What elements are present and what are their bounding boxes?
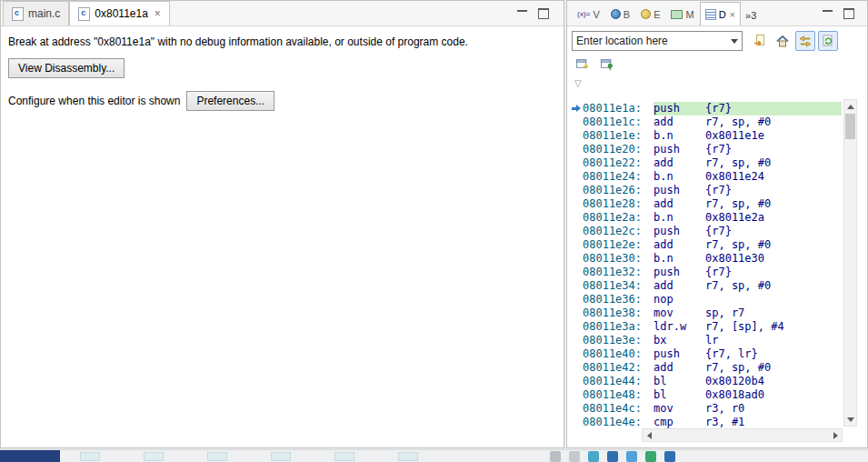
- hidden-views-chevron[interactable]: »3: [745, 10, 756, 25]
- disassembly-line[interactable]: 08011e40:push{r7, lr}: [571, 347, 842, 361]
- instruction-address: 08011e24:: [583, 170, 653, 184]
- instruction-code: push{r7}: [653, 143, 842, 156]
- pin-view-icon: [599, 57, 614, 71]
- instruction-operands: {r7, lr}: [705, 347, 758, 361]
- tab-expressions[interactable]: E: [635, 2, 665, 25]
- tab-disassembly[interactable]: D ×: [700, 2, 741, 25]
- disassembly-line[interactable]: 08011e2e:addr7, sp, #0: [571, 238, 842, 252]
- minimize-icon[interactable]: [517, 9, 527, 19]
- instruction-pointer-gutter: [571, 143, 583, 156]
- tray-icon-6[interactable]: [645, 451, 656, 462]
- taskbar-tray: [550, 451, 675, 462]
- disassembly-line[interactable]: 08011e22:addr7, sp, #0: [571, 156, 842, 170]
- instruction-code: addr7, sp, #0: [653, 156, 842, 170]
- instruction-pointer-gutter: [571, 129, 583, 143]
- instruction-code: nop: [653, 293, 842, 306]
- instruction-mnemonic: add: [653, 279, 705, 293]
- instruction-operands: r7, sp, #0: [705, 279, 771, 293]
- instruction-pointer-icon: [571, 102, 583, 116]
- tab-label: main.c: [28, 7, 60, 20]
- combo-dropdown-icon[interactable]: [726, 32, 742, 50]
- tab-main-c[interactable]: main.c: [3, 1, 69, 25]
- disassembly-line[interactable]: 08011e20:push{r7}: [571, 143, 842, 156]
- scroll-left-icon[interactable]: [643, 429, 655, 441]
- disassembly-line[interactable]: 08011e2a:b.n0x8011e2a: [571, 211, 842, 225]
- pin-view-button[interactable]: [597, 55, 615, 72]
- disassembly-line[interactable]: 08011e42:addr7, sp, #0: [571, 361, 842, 375]
- instruction-address: 08011e44:: [583, 375, 653, 388]
- disassembly-line[interactable]: 08011e3e:bxlr: [571, 334, 842, 347]
- taskbar-app-5[interactable]: [334, 452, 354, 461]
- tab-memory[interactable]: M: [665, 2, 699, 25]
- tray-icon-3[interactable]: [588, 451, 599, 462]
- taskbar-app-1[interactable]: [80, 452, 100, 461]
- taskbar-app-3[interactable]: [207, 452, 227, 461]
- taskbar-app-6[interactable]: [398, 452, 418, 461]
- taskbar-active-window[interactable]: [0, 450, 60, 462]
- scroll-up-icon[interactable]: [844, 100, 856, 113]
- home-button[interactable]: [773, 31, 793, 51]
- disassembly-line[interactable]: 08011e1c:addr7, sp, #0: [571, 116, 842, 129]
- instruction-mnemonic: nop: [653, 293, 705, 306]
- instruction-code: ldr.wr7, [sp], #4: [653, 320, 842, 334]
- disassembly-line[interactable]: 08011e32:push{r7}: [571, 266, 842, 279]
- instruction-address: 08011e1c:: [583, 116, 653, 129]
- disassembly-line[interactable]: 08011e30:b.n0x8011e30: [571, 252, 842, 266]
- instruction-operands: 0x8011e2a: [705, 211, 764, 225]
- instruction-operands: {r7}: [705, 225, 732, 238]
- disassembly-line[interactable]: 08011e4e:cmpr3, #1: [571, 416, 842, 428]
- open-new-view-icon: [574, 57, 590, 71]
- preferences-button[interactable]: Preferences...: [186, 91, 274, 111]
- refresh-view-button[interactable]: [818, 31, 838, 51]
- tab-0x8011e1a[interactable]: 0x8011e1a ×: [69, 1, 170, 25]
- disassembly-line[interactable]: 08011e2c:push{r7}: [571, 225, 842, 238]
- tray-icon-1[interactable]: [550, 451, 561, 462]
- disassembly-line[interactable]: 08011e26:push{r7}: [571, 184, 842, 197]
- instruction-pointer-gutter: [571, 156, 583, 170]
- instruction-mnemonic: add: [653, 197, 705, 211]
- taskbar-app-4[interactable]: [271, 452, 291, 461]
- disassembly-line[interactable]: 08011e4c:movr3, r0: [571, 402, 842, 416]
- disassembly-line[interactable]: 08011e28:addr7, sp, #0: [571, 197, 842, 211]
- tray-icon-7[interactable]: [664, 451, 675, 462]
- maximize-icon[interactable]: [843, 8, 854, 19]
- disassembly-line[interactable]: 08011e48:bl0x8018ad0: [571, 388, 842, 402]
- sync-arrows-icon: [798, 34, 813, 48]
- instruction-code: addr7, sp, #0: [653, 238, 842, 252]
- instruction-address: 08011e48:: [583, 388, 653, 402]
- taskbar-app-2[interactable]: [144, 452, 164, 461]
- disassembly-line[interactable]: 08011e24:b.n0x8011e24: [571, 170, 842, 184]
- disassembly-line[interactable]: 08011e38:movsp, r7: [571, 306, 842, 320]
- maximize-icon[interactable]: [538, 8, 549, 19]
- disassembly-line[interactable]: 08011e36:nop: [571, 293, 842, 306]
- ruler-disclosure-icon[interactable]: ▽: [574, 78, 582, 88]
- close-tab-icon[interactable]: ×: [730, 9, 735, 20]
- disassembly-line[interactable]: 08011e3a:ldr.wr7, [sp], #4: [571, 320, 842, 334]
- disassembly-line[interactable]: 08011e1a:push{r7}: [571, 102, 842, 116]
- horizontal-scrollbar[interactable]: [642, 428, 843, 442]
- disassembly-line[interactable]: 08011e44:bl0x80120b4: [571, 375, 842, 388]
- view-disassembly-button[interactable]: View Disassembly...: [8, 58, 125, 78]
- tab-breakpoints[interactable]: B: [605, 2, 635, 25]
- instruction-code: b.n0x8011e24: [653, 170, 842, 184]
- instruction-code: addr7, sp, #0: [653, 197, 842, 211]
- navigate-to-address-button[interactable]: [750, 31, 770, 51]
- scroll-right-icon[interactable]: [829, 429, 842, 441]
- scroll-down-icon[interactable]: [844, 413, 856, 426]
- minimize-icon[interactable]: [823, 9, 833, 19]
- instruction-address: 08011e36:: [583, 293, 653, 306]
- tray-icon-2[interactable]: [569, 451, 580, 462]
- disassembly-line[interactable]: 08011e34:addr7, sp, #0: [571, 279, 842, 293]
- tab-variables[interactable]: (x)= V: [572, 2, 605, 25]
- close-tab-icon[interactable]: ×: [155, 7, 161, 20]
- tray-icon-5[interactable]: [626, 451, 637, 462]
- location-input[interactable]: [573, 32, 726, 50]
- instruction-operands: r3, #1: [705, 416, 744, 428]
- sync-selection-button[interactable]: [795, 31, 815, 51]
- vertical-scrollbar[interactable]: [843, 99, 857, 427]
- open-new-view-button[interactable]: [573, 55, 591, 72]
- tray-icon-4[interactable]: [607, 451, 618, 462]
- disassembly-line[interactable]: 08011e1e:b.n0x8011e1e: [571, 129, 842, 143]
- vertical-scroll-thumb[interactable]: [845, 114, 855, 139]
- instruction-address: 08011e2c:: [583, 225, 653, 238]
